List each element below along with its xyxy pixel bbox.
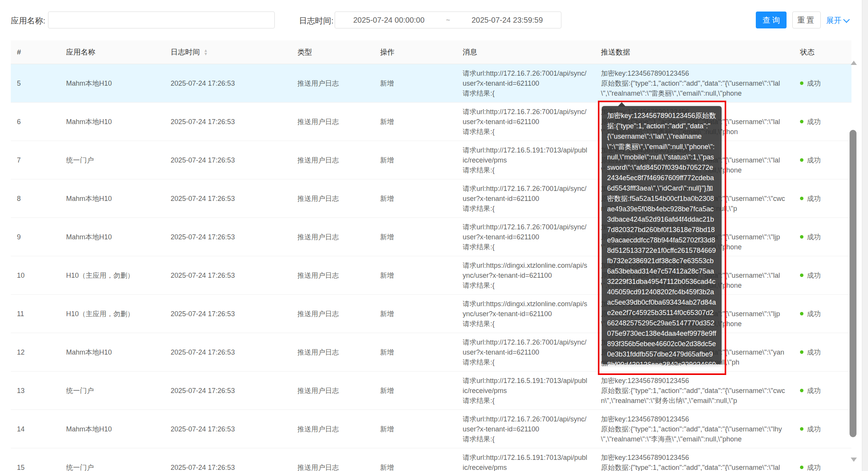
page-scrollbar-track[interactable] bbox=[862, 0, 868, 471]
row-index: 13 bbox=[11, 386, 60, 396]
table-row[interactable]: 6 Mahm本地H10 2025-07-24 17:26:53 推送用户日志 新… bbox=[11, 103, 851, 141]
date-range-separator: ~ bbox=[436, 16, 460, 24]
status-label: 成功 bbox=[807, 78, 821, 88]
table-row[interactable]: 11 H10（主应用，勿删） 2025-07-24 17:26:53 推送用户日… bbox=[11, 295, 851, 333]
col-header-log-time-label: 日志时间 bbox=[171, 47, 200, 57]
table-row[interactable]: 14 Mahm本地H10 2025-07-24 17:26:53 推送用户日志 … bbox=[11, 410, 851, 448]
date-range-picker[interactable]: 2025-07-24 00:00:00 ~ 2025-07-24 23:59:5… bbox=[335, 12, 561, 28]
status-label: 成功 bbox=[807, 347, 821, 357]
col-header-message[interactable]: 消息 bbox=[456, 40, 595, 64]
row-push-raw: 原始数据:{"type":1,"action":"add","data":"{\… bbox=[601, 463, 787, 471]
row-log-time: 2025-07-24 17:26:53 bbox=[164, 386, 291, 396]
row-operation: 新增 bbox=[374, 309, 456, 319]
row-message-url: 请求url:http://172.16.7.26:7001/api/sync/u… bbox=[463, 414, 588, 434]
row-type: 推送用户日志 bbox=[291, 424, 374, 434]
row-push-data[interactable]: 加密key:1234567890123456 原始数据:{"type":1,"a… bbox=[595, 414, 794, 444]
table-body: 5 Mahm本地H10 2025-07-24 17:26:53 推送用户日志 新… bbox=[11, 64, 851, 471]
row-push-raw: 原始数据:{"type":1,"action":"add","data":"{\… bbox=[601, 424, 787, 444]
row-log-time: 2025-07-24 17:26:53 bbox=[164, 117, 291, 127]
row-type: 推送用户日志 bbox=[291, 78, 374, 88]
row-status: 成功 bbox=[794, 424, 851, 434]
row-type: 推送用户日志 bbox=[291, 117, 374, 127]
row-message-result: 请求结果:{ bbox=[463, 280, 588, 290]
sort-carets-icon[interactable]: ▲▼ bbox=[204, 49, 208, 56]
col-header-status[interactable]: 状态 bbox=[794, 40, 851, 64]
row-type: 推送用户日志 bbox=[291, 309, 374, 319]
row-operation: 新增 bbox=[374, 78, 456, 88]
table-row[interactable]: 9 Mahm本地H10 2025-07-24 17:26:53 推送用户日志 新… bbox=[11, 218, 851, 256]
row-index: 11 bbox=[11, 309, 60, 319]
row-message: 请求url:https://dingxi.xtzlonline.com/api/… bbox=[456, 299, 595, 329]
row-type: 推送用户日志 bbox=[291, 386, 374, 396]
status-success-dot-icon bbox=[800, 427, 803, 431]
date-end-value[interactable]: 2025-07-24 23:59:59 bbox=[460, 16, 555, 25]
row-operation: 新增 bbox=[374, 117, 456, 127]
row-message: 请求url:http://172.16.7.26:7001/api/sync/u… bbox=[456, 222, 595, 252]
row-push-data[interactable]: 加密key:1234567890123456 原始数据:{"type":1,"a… bbox=[595, 376, 794, 406]
status-label: 成功 bbox=[807, 463, 821, 471]
row-status: 成功 bbox=[794, 270, 851, 280]
app-name-label: 应用名称: bbox=[11, 15, 45, 26]
expand-link[interactable]: 展开 bbox=[826, 15, 849, 26]
row-operation: 新增 bbox=[374, 386, 456, 396]
scroll-down-arrow-icon[interactable] bbox=[851, 458, 857, 462]
reset-button[interactable]: 重置 bbox=[792, 12, 821, 28]
row-status: 成功 bbox=[794, 194, 851, 204]
status-success-dot-icon bbox=[800, 274, 803, 277]
status-label: 成功 bbox=[807, 309, 821, 319]
row-message-result: 请求结果:{ bbox=[463, 319, 588, 329]
status-success-dot-icon bbox=[800, 235, 803, 239]
row-index: 15 bbox=[11, 463, 60, 471]
row-push-key: 加密key:1234567890123456 bbox=[601, 453, 787, 463]
status-label: 成功 bbox=[807, 232, 821, 242]
app-name-input[interactable] bbox=[48, 12, 275, 28]
row-app-name: Mahm本地H10 bbox=[60, 194, 164, 204]
scrollbar-thumb[interactable] bbox=[850, 130, 856, 437]
table-scrollbar[interactable] bbox=[848, 58, 859, 465]
date-start-value[interactable]: 2025-07-24 00:00:00 bbox=[341, 16, 436, 25]
table-row[interactable]: 7 统一门户 2025-07-24 17:26:53 推送用户日志 新增 请求u… bbox=[11, 141, 851, 179]
col-header-operation[interactable]: 操作 bbox=[374, 40, 456, 64]
row-push-data[interactable]: 加密key:1234567890123456 原始数据:{"type":1,"a… bbox=[595, 453, 794, 471]
row-message-url: 请求url:http://172.16.7.26:7001/api/sync/u… bbox=[463, 222, 588, 242]
row-status: 成功 bbox=[794, 78, 851, 88]
row-type: 推送用户日志 bbox=[291, 270, 374, 280]
table-row[interactable]: 10 H10（主应用，勿删） 2025-07-24 17:26:53 推送用户日… bbox=[11, 256, 851, 295]
row-message: 请求url:https://dingxi.xtzlonline.com/api/… bbox=[456, 260, 595, 290]
col-header-type[interactable]: 类型 bbox=[291, 40, 374, 64]
table-row[interactable]: 8 Mahm本地H10 2025-07-24 17:26:53 推送用户日志 新… bbox=[11, 179, 851, 218]
row-push-key: 加密key:1234567890123456 bbox=[601, 376, 787, 386]
scroll-up-arrow-icon[interactable] bbox=[851, 61, 857, 65]
table-row[interactable]: 12 Mahm本地H10 2025-07-24 17:26:53 推送用户日志 … bbox=[11, 333, 851, 371]
row-message: 请求url:http://172.16.7.26:7001/api/sync/u… bbox=[456, 184, 595, 214]
row-app-name: Mahm本地H10 bbox=[60, 347, 164, 357]
row-push-data[interactable]: 加密key:1234567890123456 原始数据:{"type":1,"a… bbox=[595, 68, 794, 98]
row-index: 14 bbox=[11, 424, 60, 434]
table-row[interactable]: 13 统一门户 2025-07-24 17:26:53 推送用户日志 新增 请求… bbox=[11, 371, 851, 410]
row-type: 推送用户日志 bbox=[291, 232, 374, 242]
table-row[interactable]: 15 统一门户 2025-07-24 17:26:53 推送用户日志 新增 请求… bbox=[11, 448, 851, 471]
row-status: 成功 bbox=[794, 155, 851, 165]
col-header-log-time[interactable]: 日志时间 ▲▼ bbox=[164, 40, 291, 64]
row-message-url: 请求url:https://dingxi.xtzlonline.com/api/… bbox=[463, 299, 588, 319]
row-operation: 新增 bbox=[374, 232, 456, 242]
push-data-tooltip: 加密key:1234567890123456原始数据:{"type":1,"ac… bbox=[602, 106, 722, 364]
row-status: 成功 bbox=[794, 117, 851, 127]
row-message: 请求url:http://172.16.7.26:7001/api/sync/u… bbox=[456, 414, 595, 444]
row-index: 8 bbox=[11, 194, 60, 204]
col-header-push-data[interactable]: 推送数据 bbox=[595, 40, 794, 64]
row-status: 成功 bbox=[794, 232, 851, 242]
status-success-dot-icon bbox=[800, 389, 803, 392]
search-button[interactable]: 查 询 bbox=[756, 12, 787, 28]
table-row[interactable]: 5 Mahm本地H10 2025-07-24 17:26:53 推送用户日志 新… bbox=[11, 64, 851, 103]
row-app-name: H10（主应用，勿删） bbox=[60, 309, 164, 319]
row-log-time: 2025-07-24 17:26:53 bbox=[164, 270, 291, 280]
row-message-url: 请求url:http://172.16.5.191:7013/api/publi… bbox=[463, 145, 588, 165]
row-index: 10 bbox=[11, 270, 60, 280]
status-label: 成功 bbox=[807, 155, 821, 165]
col-header-index[interactable]: # bbox=[11, 40, 60, 64]
col-header-app-name[interactable]: 应用名称 bbox=[60, 40, 164, 64]
status-success-dot-icon bbox=[800, 197, 803, 200]
row-message: 请求url:http://172.16.5.191:7013/api/publi… bbox=[456, 145, 595, 175]
status-label: 成功 bbox=[807, 270, 821, 280]
